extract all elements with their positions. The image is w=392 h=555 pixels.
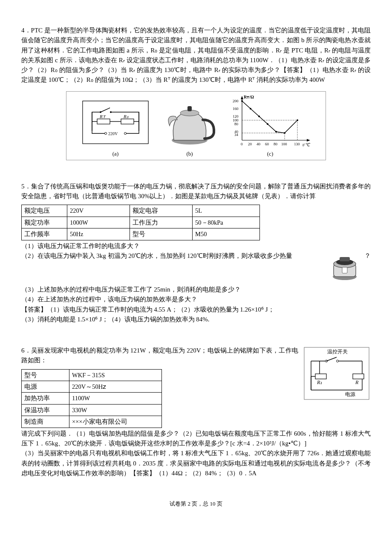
problem-4-figures: Rᴛ R₀ 220V bbox=[66, 91, 326, 160]
problem-6-rest: 请完成下列问题．（1）电饭锅加热电阻的阻值是多少？（2）已知电饭锅在额度电压下正… bbox=[21, 429, 371, 478]
svg-text:60: 60 bbox=[265, 142, 269, 146]
problem-6: 6．吴丽发现家中电视机的额定功率为 121W，额定电压为 220V；电饭锅上的铭… bbox=[21, 346, 371, 478]
rice-cooker-circuit-icon: 温控开关 温控开关 bbox=[303, 346, 371, 401]
svg-text:温控开关: 温控开关 bbox=[327, 349, 348, 355]
problem-4-text: 4．PTC 是一种新型的半导体陶瓷材料，它的发热效率较高，且有一个人为设定的温度… bbox=[21, 26, 371, 85]
svg-rect-38 bbox=[187, 106, 192, 111]
pressure-cooker-figure bbox=[329, 251, 360, 285]
problem-5-q1: （1）该电压力锅正常工作时的电流多大？ bbox=[21, 241, 371, 251]
svg-marker-42 bbox=[307, 139, 310, 142]
resistance-temperature-chart: Rᴛ/Ω t/℃ 200 160 120 100 80 40 bbox=[228, 93, 313, 149]
svg-point-65 bbox=[267, 123, 268, 125]
r1-label: R₁ bbox=[317, 379, 322, 385]
svg-text:80: 80 bbox=[234, 122, 239, 126]
svg-text:R₀: R₀ bbox=[123, 114, 129, 119]
page-footer: 试卷第 2 页，总 10 页 bbox=[21, 500, 371, 508]
svg-rect-98 bbox=[353, 374, 364, 379]
svg-rect-97 bbox=[315, 374, 326, 379]
svg-text:200: 200 bbox=[233, 99, 239, 103]
figure-c-label: (c) bbox=[267, 150, 273, 158]
svg-point-62 bbox=[241, 100, 243, 102]
svg-point-67 bbox=[284, 132, 285, 134]
problem-5-table: 额定电压 220V 额定电容 5L 额定功率 1000W 工作压力 50－80k… bbox=[21, 205, 260, 240]
svg-text:160: 160 bbox=[233, 107, 239, 111]
svg-text:100: 100 bbox=[281, 142, 287, 146]
svg-text:220V: 220V bbox=[108, 131, 118, 136]
table-row: 型号WKF－315S bbox=[22, 369, 162, 381]
figure-b: (b) bbox=[162, 98, 217, 158]
figure-a-label: (a) bbox=[112, 150, 118, 158]
problem-5-q2-tail: ？ bbox=[364, 251, 371, 261]
problem-5-q2-row: （2）在该电压力锅中装入 3kg 初温为 20℃的水，当加热到 120℃时刚好沸… bbox=[21, 251, 371, 285]
svg-text:34: 34 bbox=[234, 133, 239, 137]
figure-a: Rᴛ R₀ 220V bbox=[79, 98, 152, 158]
svg-rect-74 bbox=[342, 267, 347, 273]
svg-text:40: 40 bbox=[257, 142, 261, 146]
problem-6-intro: 6．吴丽发现家中电视机的额定功率为 121W，额定电压为 220V；电饭锅上的铭… bbox=[21, 346, 298, 366]
circuit-diagram-icon: Rᴛ R₀ 220V bbox=[79, 98, 152, 149]
kettle-icon bbox=[162, 98, 217, 149]
svg-point-66 bbox=[275, 131, 277, 133]
problem-5-answer2: （3）消耗的电能是 1.5×10⁶ J；（4）该电压力锅的加热效率为 84%. bbox=[21, 315, 371, 324]
svg-point-68 bbox=[297, 119, 298, 121]
svg-point-63 bbox=[250, 108, 251, 110]
figure-c: Rᴛ/Ω t/℃ 200 160 120 100 80 40 bbox=[228, 93, 313, 158]
problem-4: 4．PTC 是一种新型的半导体陶瓷材料，它的发热效率较高，且有一个人为设定的温度… bbox=[21, 26, 371, 160]
problem-5: 5．集合了传统高压锅和电饭煲功能于一体的电压力锅，彻底解决了压力锅的安全问题，解… bbox=[21, 182, 371, 324]
svg-text:0: 0 bbox=[241, 142, 243, 146]
figure-b-label: (b) bbox=[186, 150, 193, 158]
source-label: 电源 bbox=[345, 391, 355, 397]
problem-5-intro: 5．集合了传统高压锅和电饭煲功能于一体的电压力锅，彻底解决了压力锅的安全问题，解… bbox=[21, 182, 371, 202]
svg-rect-18 bbox=[83, 101, 148, 144]
svg-marker-41 bbox=[241, 96, 243, 99]
svg-rect-84 bbox=[304, 347, 369, 399]
problem-6-circuit: 温控开关 温控开关 bbox=[303, 346, 371, 404]
pressure-cooker-icon bbox=[329, 251, 360, 282]
table-row: 工作频率 50Hz 型号 M50 bbox=[22, 228, 260, 240]
svg-text:130: 130 bbox=[294, 142, 300, 146]
svg-text:80: 80 bbox=[274, 142, 278, 146]
svg-text:20: 20 bbox=[248, 142, 252, 146]
problem-5-q3: （3）上述加热水的过程中电压力锅正常工作了 25min，则消耗的电能是多少？ bbox=[21, 285, 371, 295]
r-label: R bbox=[355, 379, 359, 385]
svg-point-64 bbox=[258, 116, 260, 117]
problem-6-table: 型号WKF－315S 电源220V～50Hᴢ 加热功率1100W 保温功率330… bbox=[21, 369, 162, 428]
table-row: 额定电压 220V 额定电容 5L bbox=[22, 205, 260, 217]
svg-rect-73 bbox=[340, 257, 350, 261]
problem-5-answer1: 【答案】（1）该电压力锅正常工作时的电流为 4.55 A；（2）水吸收的热量为 … bbox=[21, 305, 371, 315]
table-row: 制造商×××小家电有限公司 bbox=[22, 416, 162, 428]
table-row: 保温功率330W bbox=[22, 404, 162, 416]
chart-y-label: Rᴛ/Ω bbox=[244, 95, 254, 99]
table-row: 额定功率 1000W 工作压力 50－80kPa bbox=[22, 217, 260, 228]
table-row: 加热功率1100W bbox=[22, 393, 162, 404]
problem-5-q2: （2）在该电压力锅中装入 3kg 初温为 20℃的水，当加热到 120℃时刚好沸… bbox=[21, 252, 292, 259]
svg-text:Rᴛ: Rᴛ bbox=[99, 114, 106, 119]
problem-6-top-row: 6．吴丽发现家中电视机的额定功率为 121W，额定电压为 220V；电饭锅上的铭… bbox=[21, 346, 371, 429]
chart-x-label: t/℃ bbox=[303, 142, 311, 147]
table-row: 电源220V～50Hᴢ bbox=[22, 381, 162, 393]
problem-5-q4: （4）在上述加热水的过程中，该电压力锅的加热效率是多大？ bbox=[21, 295, 371, 304]
